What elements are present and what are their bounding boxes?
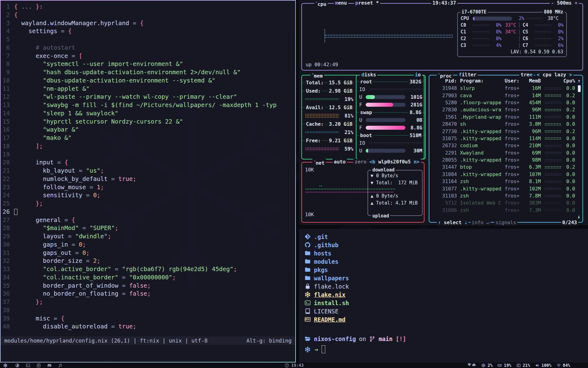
disk-io-meter bbox=[369, 142, 422, 144]
proc-row[interactable]: 27903cavafros+14M0.2 bbox=[429, 92, 582, 99]
line-number: 7 bbox=[1, 52, 14, 60]
update-interval[interactable]: - 500ms + bbox=[550, 0, 579, 6]
proc-cpu-graph bbox=[545, 173, 562, 175]
nix-snowflake-icon bbox=[304, 346, 311, 353]
disk-bar bbox=[366, 149, 405, 153]
core-meter bbox=[534, 31, 552, 33]
terminal-window[interactable]: .git.githubhostsmodulespkgswallpapersfla… bbox=[299, 229, 588, 362]
file-row: hosts bbox=[299, 249, 588, 257]
bar-clock-module[interactable]: 19:43 bbox=[0, 363, 588, 368]
line-text: sensitivity = 0; bbox=[14, 191, 100, 200]
tab-net[interactable]: ³net bbox=[312, 159, 326, 166]
editor-cursor bbox=[14, 209, 17, 215]
net-totals-panel: download upload ▼ 0 Byte/s ▼ Total: 172 … bbox=[368, 170, 423, 216]
proc-cpu-graph bbox=[545, 151, 562, 154]
editor-line: 30 gaps_in = 0; bbox=[1, 241, 295, 249]
line-text: "systemctl --user import-environment &" bbox=[14, 60, 183, 68]
cpu-graph bbox=[325, 34, 453, 36]
proc-row[interactable]: 31447btopfros+6.3M0.2 bbox=[429, 163, 582, 171]
editor-line: 24 sensitivity = 0; bbox=[1, 191, 295, 200]
proc-cpu-graph bbox=[545, 130, 562, 132]
proc-row[interactable]: 28470shfros+3.8M0.0 bbox=[429, 121, 582, 128]
core-meter bbox=[472, 44, 490, 47]
filter-button[interactable]: filter bbox=[458, 72, 478, 78]
net-auto-button[interactable]: auto bbox=[333, 159, 347, 165]
proc-row[interactable]: 31164zshfros+8.1M0.0 bbox=[429, 178, 582, 185]
proc-row[interactable]: 31084.kitty-wrappedfros+107M0.0 bbox=[429, 171, 582, 178]
proc-row[interactable]: 28055.kitty-wrappedfros+98M0.0 bbox=[429, 156, 582, 163]
disk-io-row: IO bbox=[356, 139, 425, 147]
signals-button[interactable]: signals bbox=[494, 220, 517, 226]
disk-section-header: boot510M bbox=[356, 132, 425, 139]
proc-row[interactable]: 31086zshfros+7.3M0.0 bbox=[429, 207, 582, 214]
btop-net-panel: ³net auto zero <b wlp0s20f0u5 n> 10K 10K… bbox=[301, 162, 424, 223]
proc-row[interactable]: 31103zshfros+7.8M0.0 bbox=[429, 192, 582, 199]
line-number: 22 bbox=[1, 175, 14, 183]
disk-bar bbox=[366, 95, 405, 99]
tab-cpu[interactable]: ¹cpu bbox=[314, 0, 328, 7]
preset-button[interactable]: preset * bbox=[354, 0, 380, 6]
line-number: 31 bbox=[1, 249, 14, 257]
proc-row[interactable]: 27830.audacious-wrafros+96M0.2 bbox=[429, 106, 582, 113]
file-row: modules bbox=[299, 257, 588, 266]
editor-line: 25 }; bbox=[1, 200, 295, 208]
proc-row[interactable]: 2291Xwaylandfros+69M0.0 bbox=[429, 149, 582, 156]
cpu-frequency: 800 MHz bbox=[543, 9, 564, 15]
proc-row[interactable]: 31077.kitty-wrappedfros+102M0.0 bbox=[429, 185, 582, 192]
proc-row[interactable]: 31075.kitty-wrappedfros+114M0.0 bbox=[429, 135, 582, 142]
lock-icon bbox=[304, 283, 311, 289]
line-text: gaps_in = 0; bbox=[14, 241, 86, 249]
disk-usage-row: F281G bbox=[356, 101, 425, 109]
mem-stat-label: Total: bbox=[305, 80, 325, 86]
statusline-file-info: modules/home/hyprland/config.nix (26,1) … bbox=[4, 336, 208, 345]
net-interface[interactable]: <b wlp0s20f0u5 n> bbox=[368, 159, 421, 165]
disk-usage-row: U30M bbox=[356, 147, 425, 155]
editor-line: 3 wayland.windowManager.hyprland = { bbox=[1, 19, 295, 28]
shell-input-line[interactable]: → bbox=[304, 345, 325, 353]
net-zero-button[interactable]: zero bbox=[353, 159, 368, 165]
proc-row[interactable]: 26732codiumfros+210M0.0 bbox=[429, 142, 582, 149]
editor-window[interactable]: 1{ ... }:2{3 wayland.windowManager.hyprl… bbox=[0, 0, 296, 362]
proc-row[interactable]: 5712Isolated Web Cfros+303M0.0 bbox=[429, 199, 582, 206]
line-text: "nm-applet &" bbox=[14, 85, 90, 93]
disks-label[interactable]: disks bbox=[360, 72, 377, 78]
line-number: 15 bbox=[1, 118, 14, 126]
git-status-badge: [!] bbox=[396, 335, 406, 342]
cpu-core-row: C20%│C62% bbox=[458, 35, 566, 42]
editor-line: 38 bbox=[1, 306, 295, 315]
cpu-total-bar bbox=[473, 17, 512, 21]
editor-code[interactable]: 1{ ... }:2{3 wayland.windowManager.hyprl… bbox=[1, 3, 295, 331]
disk-usage-row: U101G bbox=[356, 93, 425, 101]
mem-meter-row: 19% bbox=[302, 95, 356, 103]
editor-line: 20 input = { bbox=[1, 159, 295, 167]
select-buttons[interactable]: ↑ select ↓ bbox=[437, 220, 469, 226]
io-mode-button[interactable]: io bbox=[414, 72, 422, 78]
btop-proc-panel: ⁴proc filter tree < cpu lazy > Pid: Prog… bbox=[429, 75, 583, 223]
info-button[interactable]: info ↵ bbox=[470, 220, 491, 226]
proc-scroll-down-icon[interactable]: ↓ bbox=[577, 214, 580, 220]
proc-row[interactable]: 1561.Hyprland-wrapfros+111M0.0 bbox=[429, 113, 582, 121]
line-number: 25 bbox=[1, 200, 14, 208]
editor-line: 40 disable_autoreload = true; bbox=[1, 323, 295, 331]
proc-cpu-graph bbox=[545, 87, 562, 90]
proc-row[interactable]: 31948slurpfros+16M0.0 bbox=[429, 85, 582, 92]
sort-selector[interactable]: < cpu lazy > bbox=[535, 72, 573, 78]
line-text: ]; bbox=[14, 142, 43, 151]
proc-row[interactable]: 5280.floorp-wrappefros+454M0.0 bbox=[429, 99, 582, 106]
tab-proc[interactable]: ⁴proc bbox=[437, 72, 453, 79]
upload-speed: ▲ 0 Byte/s bbox=[368, 193, 422, 200]
file-list: .git.githubhostsmodulespkgswallpapersfla… bbox=[299, 229, 588, 324]
proc-scrollbar[interactable] bbox=[578, 85, 581, 92]
line-number: 28 bbox=[1, 224, 14, 232]
tree-button[interactable]: tree bbox=[519, 72, 534, 78]
folder-icon bbox=[304, 258, 311, 265]
prompt-arrow: → bbox=[315, 346, 318, 353]
proc-row[interactable]: 27730.kitty-wrappedfros+96M0.2 bbox=[429, 128, 582, 135]
menu-button[interactable]: menu bbox=[334, 0, 348, 6]
disk-section-header: root382G bbox=[356, 78, 425, 86]
core-meter bbox=[472, 38, 490, 40]
tab-mem[interactable]: ²mem bbox=[311, 72, 324, 79]
line-number: 26 bbox=[1, 208, 14, 216]
editor-line: 18 ]; bbox=[1, 142, 295, 151]
line-number: 24 bbox=[1, 191, 14, 200]
